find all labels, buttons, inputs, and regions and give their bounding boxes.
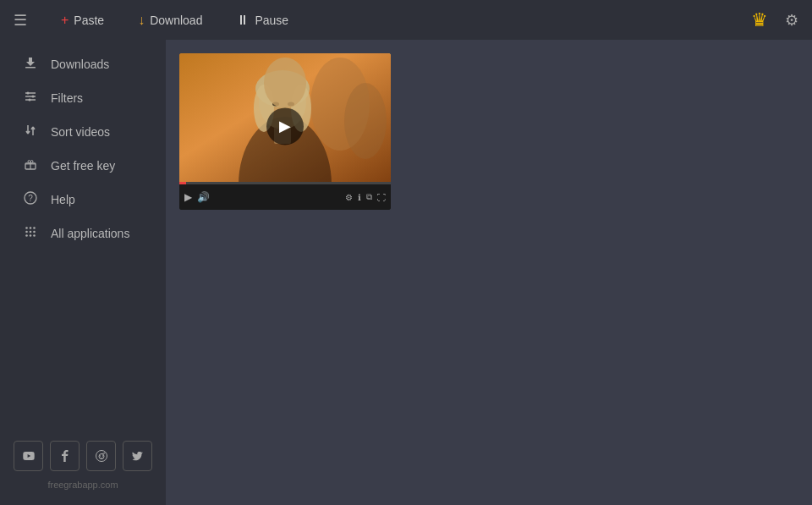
svg-point-22 [99, 455, 101, 457]
topbar: ☰ + Paste ↓ Download ⏸ Pause ♛ ⚙ [0, 0, 812, 40]
sidebar: Downloads Filters Sort videos [0, 40, 166, 505]
sidebar-item-downloads[interactable]: Downloads [5, 47, 161, 80]
svg-point-15 [30, 231, 32, 233]
sort-icon [22, 124, 39, 140]
video-progress-bar [179, 182, 391, 184]
downloads-icon [22, 56, 39, 72]
vc-fullscreen-btn[interactable]: ⛶ [377, 193, 386, 202]
vc-play-btn[interactable]: ▶ [184, 191, 192, 203]
sidebar-apps-label: All applications [51, 227, 129, 240]
svg-point-4 [27, 92, 30, 95]
sidebar-help-label: Help [51, 193, 75, 206]
apps-icon [22, 225, 39, 241]
pause-label: Pause [255, 14, 288, 27]
sidebar-key-label: Get free key [51, 159, 115, 173]
paste-button[interactable]: + Paste [61, 13, 104, 28]
download-button[interactable]: ↓ Download [138, 13, 202, 28]
svg-point-6 [29, 99, 31, 102]
social-buttons [14, 441, 152, 471]
vc-info-btn[interactable]: ℹ [358, 193, 361, 202]
video-controls: ▶ 🔊 ⚙ ℹ ⧉ ⛶ [179, 184, 391, 210]
download-label: Download [150, 14, 202, 27]
help-icon: ? [22, 191, 39, 207]
download-icon: ↓ [138, 13, 145, 28]
twitter-button[interactable] [123, 441, 152, 471]
svg-point-5 [32, 96, 35, 98]
svg-point-35 [272, 102, 279, 107]
sidebar-item-all-apps[interactable]: All applications [5, 217, 161, 250]
crown-icon[interactable]: ♛ [751, 9, 768, 31]
play-button[interactable]: ▶ [266, 107, 304, 145]
sidebar-filters-label: Filters [51, 91, 83, 105]
play-icon: ▶ [279, 117, 291, 135]
svg-point-23 [102, 455, 104, 457]
hamburger-icon: ☰ [14, 11, 27, 30]
filters-icon [22, 90, 39, 106]
svg-point-17 [25, 234, 28, 237]
footer-website: freegrabapp.com [14, 480, 152, 490]
svg-point-20 [96, 451, 107, 462]
paste-icon: + [61, 13, 69, 28]
facebook-button[interactable] [50, 441, 80, 471]
sidebar-downloads-label: Downloads [51, 58, 109, 71]
svg-point-16 [33, 231, 36, 233]
svg-point-11 [25, 227, 28, 229]
sidebar-sort-label: Sort videos [51, 125, 110, 139]
sidebar-item-key[interactable]: Get free key [5, 149, 161, 182]
video-thumbnail[interactable]: ▶ ▶ 🔊 ⚙ ℹ ⧉ ⛶ [179, 53, 391, 210]
reddit-button[interactable] [86, 441, 116, 471]
svg-point-19 [33, 234, 36, 237]
gear-icon[interactable]: ⚙ [785, 11, 798, 30]
main-area: Downloads Filters Sort videos [0, 40, 812, 505]
svg-rect-0 [25, 67, 36, 69]
vc-volume-btn[interactable]: 🔊 [197, 191, 210, 203]
svg-point-14 [25, 231, 28, 233]
sidebar-item-help[interactable]: ? Help [5, 183, 161, 216]
svg-line-25 [102, 453, 105, 454]
vc-pip-btn[interactable]: ⧉ [366, 192, 372, 202]
sidebar-footer: freegrabapp.com [0, 431, 166, 498]
gift-icon [22, 157, 39, 173]
topbar-right: ♛ ⚙ [751, 9, 798, 31]
svg-point-28 [344, 83, 387, 159]
sidebar-nav: Downloads Filters Sort videos [0, 47, 166, 431]
svg-point-18 [30, 234, 32, 237]
svg-text:?: ? [28, 194, 33, 203]
pause-button[interactable]: ⏸ Pause [236, 13, 288, 28]
menu-button[interactable]: ☰ [14, 11, 27, 30]
vc-settings-btn[interactable]: ⚙ [345, 193, 353, 202]
svg-point-13 [33, 227, 36, 229]
svg-point-12 [30, 227, 32, 229]
youtube-button[interactable] [14, 441, 43, 471]
svg-point-36 [288, 102, 294, 107]
topbar-actions: + Paste ↓ Download ⏸ Pause [61, 13, 751, 28]
paste-label: Paste [74, 14, 104, 27]
sidebar-item-filters[interactable]: Filters [5, 81, 161, 114]
video-progress-fill [179, 182, 186, 184]
content-area: ▶ ▶ 🔊 ⚙ ℹ ⧉ ⛶ [166, 40, 812, 505]
sidebar-item-sort[interactable]: Sort videos [5, 115, 161, 148]
pause-icon: ⏸ [236, 13, 250, 28]
